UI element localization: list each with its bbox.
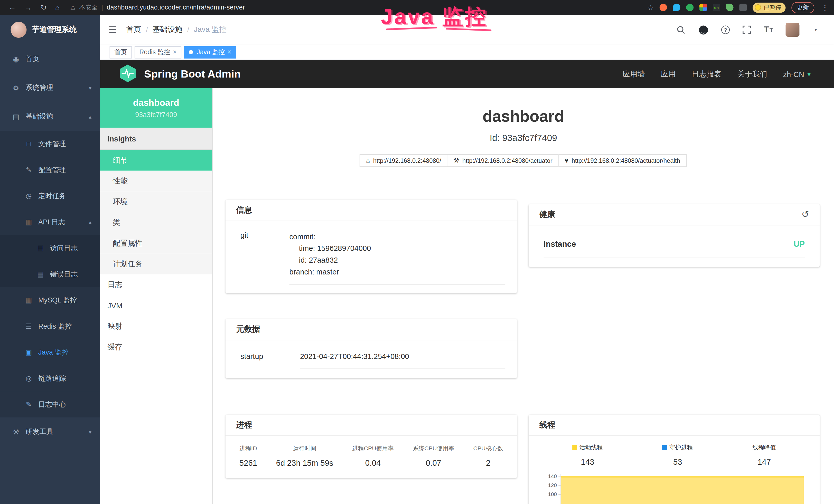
- y-tick: 120: [548, 483, 557, 488]
- col-label: 进程ID: [239, 444, 257, 452]
- nav-about[interactable]: 关于我们: [738, 69, 767, 79]
- update-button[interactable]: 更新: [791, 2, 814, 13]
- history-icon[interactable]: ↺: [802, 209, 809, 220]
- hamburger-icon[interactable]: ☰: [108, 24, 117, 35]
- sba-item-classes[interactable]: 类: [100, 212, 212, 233]
- breadcrumb-separator: /: [146, 26, 148, 33]
- sidebar-item-label: 基础设施: [25, 112, 53, 121]
- sidebar-item-redis-monitor[interactable]: ☰ Redis 监控: [0, 313, 100, 339]
- process-card: 进程 进程ID 5261 运行时间 6d 23h 15m 59s 进程CPU使用…: [225, 415, 517, 478]
- tab-redis-monitor[interactable]: Redis 监控 ×: [135, 46, 181, 58]
- sidebar-item-error-logs[interactable]: ▤ 错误日志: [0, 261, 100, 287]
- sba-item-caches[interactable]: 缓存: [100, 337, 212, 358]
- sidebar-item-access-logs[interactable]: ▤ 访问日志: [0, 235, 100, 261]
- process-col-proc-cpu: 进程CPU使用率 0.04: [352, 444, 394, 467]
- url-text[interactable]: dashboard.yudao.iocoder.cn/infra/admin-s…: [107, 4, 245, 11]
- sidebar-item-infrastructure[interactable]: ▤ 基础设施 ▴: [0, 102, 100, 131]
- extension-icon[interactable]: [673, 4, 680, 11]
- sba-item-details[interactable]: 细节: [100, 150, 212, 171]
- sba-item-scheduled-tasks[interactable]: 计划任务: [100, 254, 212, 274]
- col-label: 进程CPU使用率: [352, 444, 394, 452]
- home-icon[interactable]: ⌂: [55, 3, 60, 12]
- sba-item-performance[interactable]: 性能: [100, 171, 212, 191]
- nav-applications[interactable]: 应用: [661, 69, 676, 79]
- sba-logo-icon[interactable]: [118, 63, 137, 85]
- sba-item-mappings[interactable]: 映射: [100, 316, 212, 337]
- security-label[interactable]: 不安全: [79, 3, 97, 11]
- sidebar-item-log-center[interactable]: ✎ 日志中心: [0, 391, 100, 417]
- sba-sidebar: dashboard 93a3fc7f7409 Insights 细节 性能 环境…: [100, 88, 213, 504]
- close-icon[interactable]: ×: [227, 48, 232, 56]
- schedule-icon: ◷: [24, 192, 33, 200]
- fullscreen-icon[interactable]: [743, 25, 751, 34]
- back-icon[interactable]: ←: [8, 3, 16, 12]
- service-url-link[interactable]: ⌂ http://192.168.0.2:48080/: [359, 154, 447, 167]
- sba-item-environment[interactable]: 环境: [100, 191, 212, 212]
- sidebar-item-file-management[interactable]: □ 文件管理: [0, 131, 100, 157]
- info-line: commit:: [289, 231, 505, 243]
- sba-item-logs[interactable]: 日志: [100, 274, 212, 295]
- legend-swatch-blue: [662, 445, 667, 450]
- instance-header[interactable]: dashboard 93a3fc7f7409: [100, 88, 212, 128]
- sba-item-config-props[interactable]: 配置属性: [100, 233, 212, 254]
- extension-icon[interactable]: [660, 4, 667, 11]
- sidebar-item-label: 配置管理: [38, 165, 66, 175]
- chevron-up-icon: ▴: [89, 113, 91, 119]
- chevron-up-icon: ▴: [89, 219, 91, 225]
- paused-badge[interactable]: 已暂停: [752, 2, 786, 12]
- sidebar-item-home[interactable]: ◉ 首页: [0, 45, 100, 73]
- extension-on-icon[interactable]: on: [713, 4, 720, 11]
- sba-brand[interactable]: Spring Boot Admin: [144, 68, 241, 81]
- breadcrumb-separator: /: [187, 26, 189, 33]
- log-center-icon: ✎: [24, 400, 33, 408]
- reload-icon[interactable]: ↻: [40, 3, 46, 12]
- config-icon: ✎: [24, 166, 33, 174]
- active-threads-area: [561, 476, 804, 504]
- sidebar-item-config-management[interactable]: ✎ 配置管理: [0, 157, 100, 183]
- search-icon[interactable]: [676, 25, 685, 35]
- app-logo[interactable]: 芋道管理系统: [0, 15, 100, 45]
- sidebar-item-link-tracing[interactable]: ◎ 链路追踪: [0, 365, 100, 391]
- extensions-puzzle-icon[interactable]: [739, 4, 747, 11]
- sidebar-item-java-monitor[interactable]: ▣ Java 监控: [0, 339, 100, 365]
- font-size-icon[interactable]: TT: [764, 25, 773, 35]
- github-icon[interactable]: [698, 25, 708, 35]
- help-icon[interactable]: ?: [721, 25, 730, 34]
- close-icon[interactable]: ×: [173, 48, 177, 56]
- legend-daemon-threads: 守护进程 53: [662, 443, 693, 466]
- y-tick: 100: [548, 492, 557, 497]
- actuator-url-link[interactable]: ⚒ http://192.168.0.2:48080/actuator: [447, 154, 559, 167]
- breadcrumb-infrastructure[interactable]: 基础设施: [153, 25, 182, 35]
- sidebar-item-label: 首页: [25, 54, 39, 64]
- sidebar-item-mysql-monitor[interactable]: ▦ MySQL 监控: [0, 287, 100, 313]
- locale-select[interactable]: zh-CN ▾: [783, 70, 811, 78]
- access-log-icon: ▤: [36, 244, 45, 252]
- tab-java-monitor[interactable]: Java 监控 ×: [184, 46, 236, 58]
- health-url-link[interactable]: ♥ http://192.168.0.2:48080/actuator/heal…: [558, 154, 686, 167]
- sidebar-item-label: 链路追踪: [38, 373, 66, 383]
- avatar-caret-icon[interactable]: ▾: [814, 27, 817, 32]
- extension-grid-icon[interactable]: [699, 4, 707, 11]
- sidebar-item-api-logs[interactable]: ▥ API 日志 ▴: [0, 209, 100, 235]
- breadcrumb-home[interactable]: 首页: [126, 25, 141, 35]
- paused-label: 已暂停: [764, 3, 781, 11]
- address-bar[interactable]: ⚠ 不安全 | dashboard.yudao.iocoder.cn/infra…: [70, 3, 245, 11]
- nav-wall[interactable]: 应用墙: [622, 69, 645, 79]
- nav-journal[interactable]: 日志报表: [692, 69, 722, 79]
- legend-label: 活动线程: [579, 443, 602, 451]
- browser-menu-icon[interactable]: ⋮: [821, 3, 829, 12]
- card-title: 进程: [236, 420, 252, 430]
- sba-item-jvm[interactable]: JVM: [100, 295, 212, 316]
- user-avatar[interactable]: [786, 23, 800, 37]
- link-text: http://192.168.0.2:48080/actuator: [462, 157, 552, 164]
- forward-icon[interactable]: →: [24, 3, 32, 12]
- sba-frame: Spring Boot Admin 应用墙 应用 日志报表 关于我们 zh-CN…: [100, 60, 834, 504]
- extension-icon[interactable]: [686, 4, 694, 11]
- tab-home[interactable]: 首页: [110, 46, 132, 58]
- extension-leaf-icon[interactable]: [726, 4, 733, 11]
- sidebar-item-scheduled-tasks[interactable]: ◷ 定时任务: [0, 183, 100, 209]
- sidebar-item-system-management[interactable]: ⚙ 系统管理 ▾: [0, 73, 100, 102]
- legend-active-threads: 活动线程 143: [572, 443, 603, 466]
- bookmark-star-icon[interactable]: ☆: [648, 3, 654, 11]
- sidebar-item-dev-tools[interactable]: ⚒ 研发工具 ▾: [0, 417, 100, 446]
